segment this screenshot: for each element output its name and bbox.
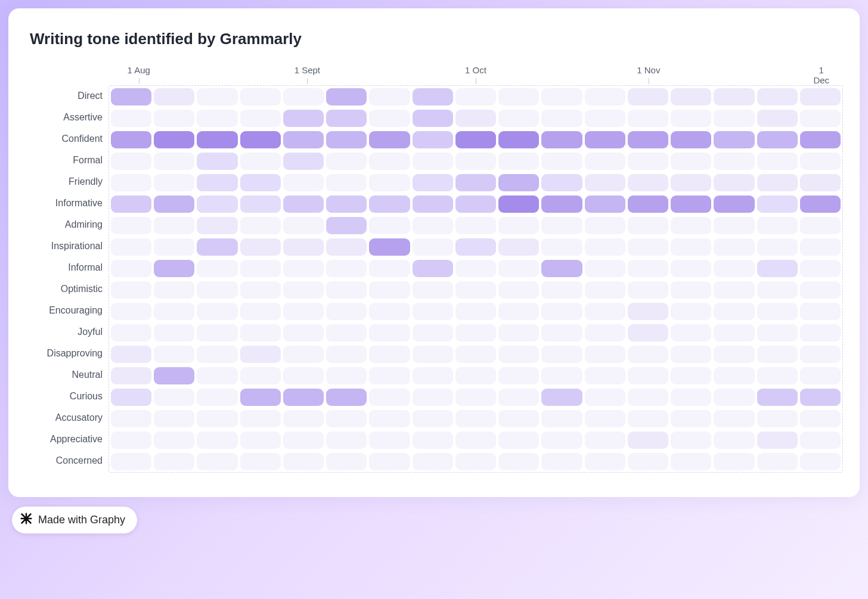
heatmap-cell [197,367,237,384]
x-axis-label: 1 Aug [128,65,150,75]
y-axis-label: Neutral [30,364,108,386]
heatmap-cell [326,367,367,384]
heatmap-cell [283,303,324,320]
heatmap-cell [585,303,625,320]
heatmap-cell [197,303,237,320]
heatmap-cell [800,260,841,277]
x-axis-label: 1 Sept [294,65,320,75]
heatmap-cell [714,303,754,320]
heatmap-cell [714,88,754,105]
heatmap-cell [800,389,841,406]
heatmap-cell [498,174,539,191]
heatmap-cell [800,432,841,449]
heatmap-cell [628,88,668,105]
x-axis-tick [476,78,476,84]
heatmap-cell [413,260,453,277]
grid-area: 1 Aug1 Sept1 Oct1 Nov1 Dec [108,65,843,473]
heatmap-cell [671,410,711,427]
heatmap-cell [111,110,151,127]
heatmap-cell [498,281,539,299]
heatmap-cell [197,389,237,406]
heatmap-cell [369,131,410,148]
heatmap-cell [455,217,496,234]
heatmap-cell [326,195,367,213]
heatmap-cell [413,410,453,427]
x-axis: 1 Aug1 Sept1 Oct1 Nov1 Dec [108,65,843,85]
heatmap-cell [800,153,841,170]
heatmap-cell [413,346,453,363]
heatmap-cell [757,432,798,449]
heatmap-cell [369,195,410,213]
heatmap-cell [800,324,841,342]
heatmap-cell [111,453,151,470]
heatmap-row [109,365,842,386]
heatmap-cell [714,432,754,449]
heatmap-cell [413,153,453,170]
heatmap-cell [154,410,194,427]
heatmap-cell [413,131,453,148]
heatmap-cell [541,432,582,449]
heatmap-cell [154,324,194,342]
heatmap-cell [671,432,711,449]
heatmap-cell [197,260,237,277]
heatmap-cell [154,174,194,191]
y-axis-label: Informal [30,257,108,278]
heatmap-cell [585,88,625,105]
heatmap-cell [498,346,539,363]
heatmap-cell [455,153,496,170]
heatmap-cell [585,110,625,127]
heatmap-cell [498,367,539,384]
heatmap-cell [455,131,496,148]
heatmap-cell [541,346,582,363]
heatmap-cell [111,303,151,320]
heatmap-cell [498,260,539,277]
heatmap-cell [671,303,711,320]
heatmap-cell [714,389,754,406]
heatmap-cell [628,174,668,191]
heatmap-cell [369,217,410,234]
heatmap-cell [197,88,237,105]
heatmap-cell [671,153,711,170]
badge-label: Made with Graphy [38,514,125,526]
heatmap-cell [197,453,237,470]
heatmap-cell [498,238,539,256]
heatmap-cell [455,260,496,277]
heatmap-cell [757,389,798,406]
heatmap-cell [326,432,367,449]
y-axis-label: Friendly [30,171,108,193]
heatmap-cell [369,346,410,363]
heatmap-cell [197,110,237,127]
heatmap-cell [585,367,625,384]
heatmap-cell [628,217,668,234]
heatmap-cell [154,303,194,320]
heatmap-cell [240,389,281,406]
heatmap-cell [628,303,668,320]
heatmap-row [109,129,842,150]
heatmap-cell [671,88,711,105]
heatmap-row [109,322,842,343]
heatmap-cell [154,195,194,213]
heatmap-cell [154,131,194,148]
heatmap-cell [757,453,798,470]
heatmap-cell [714,131,754,148]
heatmap-cell [111,324,151,342]
made-with-badge[interactable]: Made with Graphy [12,507,137,533]
heatmap-cell [455,389,496,406]
heatmap-cell [714,281,754,299]
heatmap-cell [240,453,281,470]
heatmap-cell [541,88,582,105]
heatmap-cell [197,174,237,191]
heatmap-cell [628,238,668,256]
heatmap-cell [671,195,711,213]
heatmap-cell [111,281,151,299]
heatmap-cell [585,389,625,406]
heatmap-cell [800,238,841,256]
x-axis-tick [649,78,649,84]
heatmap-cell [498,217,539,234]
heatmap-cell [757,303,798,320]
heatmap-cell [240,195,281,213]
heatmap-cell [413,453,453,470]
y-axis-label: Informative [30,193,108,214]
heatmap-cell [628,131,668,148]
heatmap-cell [541,281,582,299]
